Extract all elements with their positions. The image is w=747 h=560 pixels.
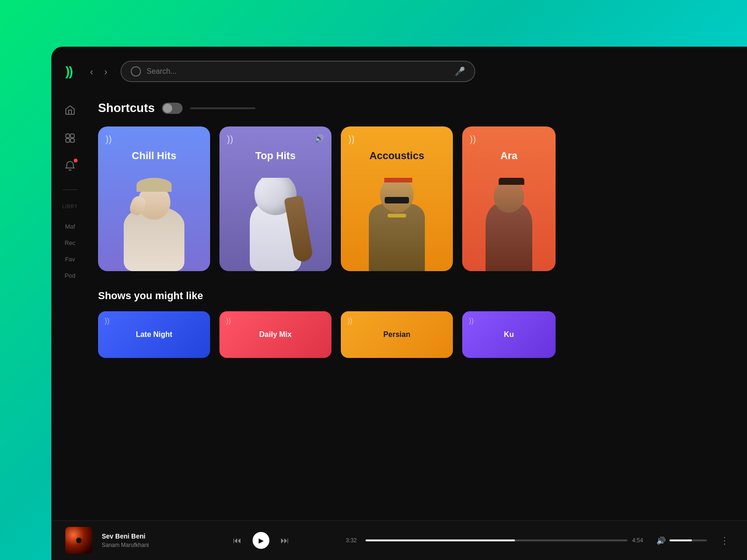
volume-area: 🔊 <box>656 536 707 545</box>
progress-fill <box>366 539 515 541</box>
svg-rect-1 <box>70 134 74 138</box>
svg-rect-0 <box>66 134 70 138</box>
card-ku[interactable]: )) Ku <box>462 311 556 358</box>
sidebar: LIBRY Maf Rec Fav Pod <box>51 91 89 560</box>
sidebar-item-favorites[interactable]: Fav <box>64 256 75 263</box>
content-area: Shortcuts )) Chill Hits <box>89 91 747 560</box>
volume-bar[interactable] <box>669 539 707 541</box>
card-persian-icon: )) <box>347 317 352 325</box>
total-time: 4:54 <box>632 537 647 544</box>
card-top-hits-volume-icon: 🔊 <box>315 134 324 143</box>
sidebar-divider <box>63 189 77 190</box>
svg-rect-3 <box>70 139 74 142</box>
card-persian-title: Persian <box>383 330 410 339</box>
progress-area: 3:32 4:54 <box>346 537 647 544</box>
back-button[interactable]: ‹ <box>86 64 97 79</box>
shortcuts-title: Shortcuts <box>98 101 155 115</box>
next-button[interactable]: ⏭ <box>279 534 291 547</box>
card-acoustics[interactable]: )) Accoustics <box>341 126 453 271</box>
toggle-thumb <box>163 104 172 113</box>
card-chill-hits-title: Chill Hits <box>98 150 210 162</box>
sidebar-item-home[interactable] <box>61 101 79 119</box>
track-artist: Sanam Marufkhani <box>102 542 176 548</box>
card-ku-title: Ku <box>504 330 514 339</box>
play-pause-button[interactable]: ▶ <box>253 532 269 549</box>
shortcuts-section-header: Shortcuts <box>98 101 728 115</box>
sidebar-item-recent[interactable]: Rec <box>64 239 75 246</box>
card-arabic-image <box>462 178 556 271</box>
shortcuts-toggle[interactable] <box>162 103 183 114</box>
player-controls: ⏮ ▶ ⏭ <box>186 532 337 549</box>
card-daily-mix[interactable]: )) Daily Mix <box>219 311 331 358</box>
card-top-hits-icon: )) <box>227 134 233 145</box>
sidebar-item-browse[interactable] <box>61 129 79 147</box>
card-persian[interactable]: )) Persian <box>341 311 453 358</box>
card-chill-hits-icon: )) <box>106 134 112 145</box>
sidebar-text-items: Maf Rec Fav Pod <box>64 223 75 279</box>
header: )) ‹ › 🎤 <box>51 47 747 91</box>
card-daily-mix-title: Daily Mix <box>259 330 291 339</box>
current-time: 3:32 <box>346 537 361 544</box>
album-art <box>65 527 92 554</box>
prev-button[interactable]: ⏮ <box>231 534 243 547</box>
svg-rect-2 <box>66 139 70 142</box>
sidebar-item-made-for-you[interactable]: Maf <box>64 223 75 230</box>
search-icon <box>131 66 141 77</box>
card-chill-hits-image <box>98 178 210 271</box>
card-chill-hits[interactable]: )) Chill Hits <box>98 126 210 271</box>
more-options-button[interactable]: ⋮ <box>716 533 733 548</box>
card-arabic[interactable]: )) Ara <box>462 126 556 271</box>
nav-arrows: ‹ › <box>86 64 111 79</box>
card-late-night-title: Late Night <box>136 330 172 339</box>
card-acoustics-icon: )) <box>348 134 354 145</box>
volume-fill <box>669 539 692 541</box>
forward-button[interactable]: › <box>100 64 111 79</box>
app-logo: )) <box>65 64 72 79</box>
search-bar: 🎤 <box>120 61 475 82</box>
album-art-center <box>76 538 82 543</box>
now-playing-bar: Sev Beni Beni Sanam Marufkhani ⏮ ▶ ⏭ 3:3… <box>51 520 747 560</box>
card-ku-icon: )) <box>469 317 474 325</box>
sidebar-item-notifications[interactable] <box>61 157 79 175</box>
card-acoustics-title: Accoustics <box>341 150 453 162</box>
sidebar-item-podcasts[interactable]: Pod <box>64 272 75 279</box>
bottom-cards-row: )) Late Night )) Daily Mix )) Persian ))… <box>98 311 728 358</box>
card-top-hits[interactable]: )) 🔊 Top Hits <box>219 126 331 271</box>
card-daily-mix-icon: )) <box>226 317 231 325</box>
progress-bar[interactable] <box>366 539 627 541</box>
track-info: Sev Beni Beni Sanam Marufkhani <box>102 532 176 548</box>
card-arabic-icon: )) <box>470 134 476 145</box>
card-late-night-icon: )) <box>105 317 110 325</box>
card-late-night[interactable]: )) Late Night <box>98 311 210 358</box>
search-input[interactable] <box>147 67 449 76</box>
toggle-line-decoration <box>190 107 255 109</box>
main-layout: LIBRY Maf Rec Fav Pod Shortcuts <box>51 91 747 560</box>
library-label: LIBRY <box>62 204 78 209</box>
notification-dot <box>74 159 78 162</box>
shortcuts-cards-row: )) Chill Hits <box>98 126 728 271</box>
card-top-hits-title: Top Hits <box>219 150 331 162</box>
mic-icon[interactable]: 🎤 <box>455 66 465 77</box>
shows-section: Shows you might like )) Late Night )) Da… <box>98 290 728 358</box>
track-title: Sev Beni Beni <box>102 532 176 540</box>
app-window: )) ‹ › 🎤 <box>51 47 747 560</box>
card-arabic-title: Ara <box>462 150 556 162</box>
shows-title: Shows you might like <box>98 290 728 302</box>
card-top-hits-image <box>219 178 331 271</box>
volume-icon: 🔊 <box>656 536 666 545</box>
card-acoustics-image <box>341 178 453 271</box>
